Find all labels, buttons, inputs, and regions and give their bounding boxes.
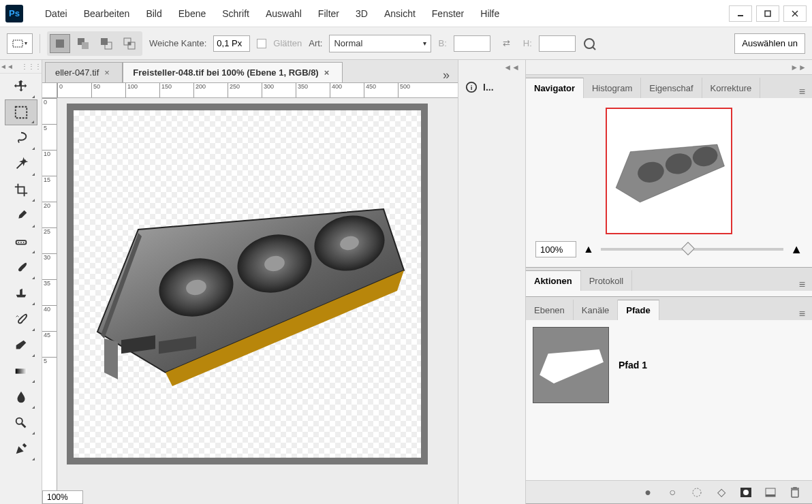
canvas-viewport[interactable]: 050100150200250300350400450500 051015202… <box>42 83 458 504</box>
width-label: B: <box>438 38 446 48</box>
document-tab-048[interactable]: Freisteller-048.tif bei 100% (Ebene 1, R… <box>123 62 342 82</box>
tabs-overflow-icon[interactable]: » <box>435 68 458 82</box>
app-logo: Ps <box>5 5 23 22</box>
blur-tool[interactable] <box>5 384 37 410</box>
info-panel-button[interactable]: i I... <box>458 75 525 99</box>
svg-rect-20 <box>15 368 27 373</box>
ruler-vertical[interactable]: 0510152025303540455 <box>42 98 57 490</box>
navigator-zoom-slider[interactable] <box>601 248 783 251</box>
clone-stamp-tool[interactable] <box>5 281 37 306</box>
history-brush-tool[interactable] <box>5 306 37 332</box>
tab-protokoll[interactable]: Protokoll <box>581 270 633 291</box>
height-input <box>539 35 576 52</box>
selection-mode-group <box>47 31 142 56</box>
antialias-checkbox <box>257 39 266 48</box>
ruler-horizontal[interactable]: 050100150200250300350400450500 <box>57 83 458 98</box>
delete-path-icon[interactable] <box>789 486 801 499</box>
panel-menu-icon[interactable]: ≡ <box>792 86 812 98</box>
selection-intersect-icon[interactable] <box>119 34 140 53</box>
menu-bearbeiten[interactable]: Bearbeiten <box>76 8 138 19</box>
svg-point-21 <box>16 418 22 424</box>
options-bar: ▾ Weiche Kante: Glätten Art: Normal▾ B: … <box>0 27 812 60</box>
panels-dock: ►► Navigator Histogram Eigenschaf Korrek… <box>526 60 812 504</box>
eraser-tool[interactable] <box>5 332 37 358</box>
select-and-mask-button[interactable]: Auswählen un <box>734 33 805 54</box>
path-thumbnail <box>533 327 609 403</box>
path-to-selection-icon[interactable] <box>691 486 703 499</box>
lasso-tool[interactable] <box>5 125 37 151</box>
navigator-panel-group: Navigator Histogram Eigenschaf Korrektur… <box>526 75 812 268</box>
panel-menu-icon[interactable]: ≡ <box>792 308 812 320</box>
path-item[interactable]: Pfad 1 <box>533 327 805 403</box>
dock-collapse-icon[interactable]: ◄◄ <box>458 60 525 75</box>
close-tab-icon[interactable]: × <box>104 67 112 78</box>
brush-tool[interactable] <box>5 255 37 281</box>
eyedropper-tool[interactable] <box>5 203 37 229</box>
tab-ebenen[interactable]: Ebenen <box>526 300 574 320</box>
new-path-icon[interactable] <box>764 486 777 499</box>
svg-line-14 <box>593 47 595 50</box>
tools-panel: ◄◄ ⋮⋮⋮ <box>0 60 42 504</box>
add-mask-icon[interactable] <box>740 486 752 499</box>
menu-auswahl[interactable]: Auswahl <box>257 8 310 19</box>
crop-tool[interactable] <box>5 177 37 203</box>
menu-ebene[interactable]: Ebene <box>170 8 214 19</box>
navigator-zoom-input[interactable]: 100% <box>535 241 576 257</box>
pen-tool[interactable] <box>5 436 37 462</box>
tab-korrekturen[interactable]: Korrekture <box>702 78 761 98</box>
panels-collapse-icon[interactable]: ►► <box>526 60 812 75</box>
stroke-path-icon[interactable]: ○ <box>666 486 678 499</box>
window-controls <box>729 5 807 22</box>
document-tabs: eller-047.tif× Freisteller-048.tif bei 1… <box>42 60 458 83</box>
dodge-tool[interactable] <box>5 410 37 436</box>
menu-fenster[interactable]: Fenster <box>424 8 472 19</box>
tab-kanaele[interactable]: Kanäle <box>574 300 618 320</box>
move-tool[interactable] <box>5 74 37 99</box>
zoom-out-icon[interactable]: ▲ <box>583 243 594 255</box>
tab-pfade[interactable]: Pfade <box>618 300 659 320</box>
svg-rect-5 <box>56 40 64 48</box>
selection-add-icon[interactable] <box>73 34 93 53</box>
paths-footer: ● ○ ◇ <box>526 480 812 503</box>
canvas-frame <box>67 104 428 464</box>
document-tab-047[interactable]: eller-047.tif× <box>45 62 123 82</box>
zoom-status[interactable]: 100% <box>42 490 83 504</box>
tools-collapse-icon[interactable]: ◄◄ ⋮⋮⋮ <box>0 60 42 74</box>
menu-3d[interactable]: 3D <box>347 8 376 19</box>
minimize-button[interactable] <box>729 5 752 22</box>
menu-ansicht[interactable]: Ansicht <box>376 8 424 19</box>
zoom-in-icon[interactable]: ▲ <box>790 242 802 257</box>
canvas[interactable] <box>74 110 421 458</box>
marquee-tool[interactable] <box>5 99 37 125</box>
navigator-preview[interactable] <box>606 108 732 234</box>
svg-rect-12 <box>128 42 131 45</box>
selection-to-path-icon[interactable]: ◇ <box>715 486 728 499</box>
menu-schrift[interactable]: Schrift <box>214 8 257 19</box>
tab-navigator[interactable]: Navigator <box>526 78 584 98</box>
selection-subtract-icon[interactable] <box>96 34 116 53</box>
svg-marker-31 <box>104 338 118 379</box>
feather-input[interactable] <box>213 35 250 52</box>
ruler-origin[interactable] <box>42 83 57 98</box>
gradient-tool[interactable] <box>5 358 37 384</box>
menu-datei[interactable]: Datei <box>37 8 76 19</box>
maximize-button[interactable] <box>756 5 779 22</box>
magic-wand-tool[interactable] <box>5 151 37 177</box>
menu-bild[interactable]: Bild <box>138 8 170 19</box>
close-button[interactable] <box>783 5 807 22</box>
tool-preset-picker[interactable]: ▾ <box>7 33 33 54</box>
healing-brush-tool[interactable] <box>5 229 37 255</box>
collapsed-panel-dock: ◄◄ i I... <box>458 60 526 504</box>
menu-filter[interactable]: Filter <box>310 8 347 19</box>
style-select[interactable]: Normal▾ <box>329 35 431 52</box>
fill-path-icon[interactable]: ● <box>642 486 654 499</box>
tab-eigenschaften[interactable]: Eigenschaf <box>641 78 702 98</box>
tab-aktionen[interactable]: Aktionen <box>526 270 581 291</box>
refine-edge-icon[interactable] <box>582 37 596 50</box>
selection-new-icon[interactable] <box>50 34 70 53</box>
svg-rect-8 <box>101 38 108 45</box>
close-tab-icon[interactable]: × <box>324 67 332 78</box>
panel-menu-icon[interactable]: ≡ <box>792 279 812 291</box>
menu-hilfe[interactable]: Hilfe <box>472 8 507 19</box>
tab-histogram[interactable]: Histogram <box>584 78 641 98</box>
